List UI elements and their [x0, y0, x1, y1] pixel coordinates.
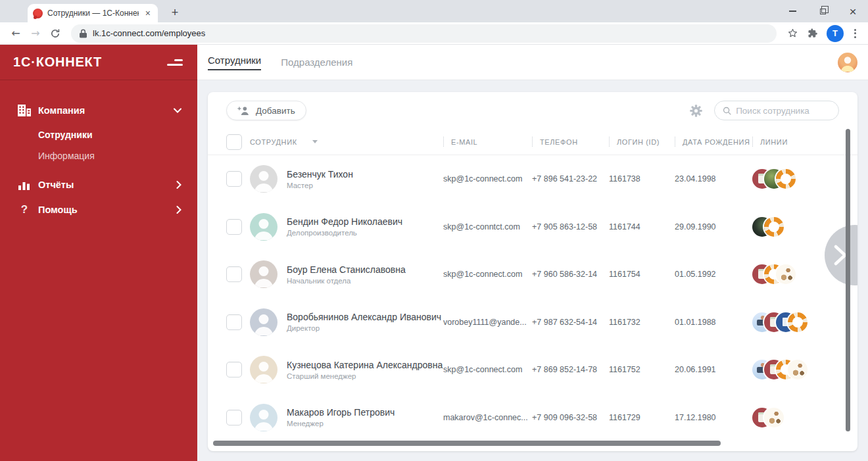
- line-badge-orange[interactable]: [776, 169, 796, 189]
- employee-phone: +7 987 632-54-14: [532, 318, 609, 327]
- employee-avatar: [250, 213, 277, 241]
- employee-login: 1161732: [609, 318, 675, 327]
- url-text: lk.1c-connect.com/employees: [93, 28, 205, 38]
- table-row[interactable]: Макаров Игорь ПетровичМенеджерmakarov@1c…: [208, 394, 857, 442]
- employee-position: Менеджер: [287, 420, 395, 427]
- table-row[interactable]: Безенчук ТихонМастерskp@1c-connect.com+7…: [208, 155, 857, 203]
- sidebar: 1С·КОННЕКТ Компания Сотрудники Информаци…: [0, 45, 197, 461]
- employee-name: Кузнецова Катерина Александровна: [287, 360, 443, 370]
- search-input[interactable]: [736, 106, 831, 116]
- employee-info: Кузнецова Катерина АлександровнаСтарший …: [287, 360, 443, 380]
- sort-caret-icon[interactable]: [312, 140, 318, 143]
- window-close-button[interactable]: ×: [838, 0, 868, 22]
- search-box: [714, 101, 839, 120]
- table-row[interactable]: Боур Елена СтаниславовнаНачальник отдела…: [208, 251, 857, 299]
- browser-tab[interactable]: Сотрудники — 1С-Коннект: Лич ×: [28, 4, 158, 22]
- tab-employees[interactable]: Сотрудники: [208, 55, 261, 70]
- employee-birthdate: 29.09.1990: [675, 222, 752, 231]
- sidebar-item-reports[interactable]: Отчёты: [0, 173, 197, 197]
- row-checkbox[interactable]: [226, 219, 242, 235]
- employee-avatar: [250, 260, 277, 288]
- back-icon[interactable]: ←: [7, 24, 25, 43]
- horizontal-scrollbar-thumb[interactable]: [213, 441, 721, 446]
- new-tab-button[interactable]: +: [167, 5, 183, 20]
- browser-menu-icon[interactable]: [849, 29, 861, 38]
- employee-login: 1161744: [609, 222, 675, 231]
- bar-chart-icon: [17, 180, 32, 190]
- tab-departments[interactable]: Подразделения: [281, 57, 352, 68]
- line-badges: [752, 217, 844, 237]
- column-header-lines[interactable]: ЛИНИИ: [752, 137, 844, 147]
- line-badge-sketch[interactable]: [764, 408, 784, 427]
- content-area: Добавить СОТРУДНИК: [197, 80, 868, 461]
- line-badge-sketch[interactable]: [776, 264, 796, 284]
- column-header-login[interactable]: ЛОГИН (ID): [609, 137, 675, 147]
- employee-avatar: [250, 308, 277, 336]
- employees-card: Добавить СОТРУДНИК: [208, 92, 857, 451]
- row-checkbox[interactable]: [226, 362, 242, 377]
- employee-birthdate: 01.01.1988: [675, 318, 752, 327]
- row-checkbox[interactable]: [226, 410, 242, 425]
- employee-position: Мастер: [287, 182, 353, 189]
- table-row[interactable]: Кузнецова Катерина АлександровнаСтарший …: [208, 346, 857, 394]
- user-avatar[interactable]: [838, 53, 857, 72]
- reload-icon[interactable]: [46, 24, 64, 43]
- card-toolbar: Добавить: [208, 92, 857, 129]
- employee-phone: +7 960 586-32-14: [532, 270, 609, 279]
- vertical-scrollbar-thumb[interactable]: [846, 129, 850, 431]
- column-header-email[interactable]: E-MAIL: [443, 137, 532, 147]
- column-header-phone[interactable]: ТЕЛЕФОН: [532, 137, 609, 147]
- tab-close-icon[interactable]: ×: [143, 8, 153, 18]
- employee-cell: Безенчук ТихонМастер: [250, 165, 443, 193]
- extensions-puzzle-icon[interactable]: [803, 24, 821, 43]
- employee-avatar: [250, 356, 277, 383]
- site-favicon: [33, 9, 43, 18]
- browser-profile-avatar[interactable]: T: [827, 25, 844, 42]
- row-checkbox[interactable]: [226, 171, 242, 187]
- employee-position: Директор: [287, 324, 441, 332]
- row-checkbox[interactable]: [226, 266, 242, 282]
- sidebar-item-employees[interactable]: Сотрудники: [38, 124, 197, 145]
- line-badge-orange[interactable]: [788, 312, 808, 332]
- sidebar-header: 1С·КОННЕКТ: [0, 45, 197, 80]
- row-checkbox[interactable]: [226, 314, 242, 330]
- window-controls: ×: [777, 0, 868, 22]
- bookmark-star-icon[interactable]: [783, 24, 802, 43]
- employee-info: Воробьянинов Александр ИвановичДиректор: [287, 312, 441, 332]
- line-badge-sketch[interactable]: [788, 360, 808, 379]
- line-badges: [752, 408, 844, 427]
- employee-email: skp@1c-connect.com: [443, 270, 532, 279]
- employee-phone: +7 905 863-12-58: [532, 222, 609, 231]
- table-row[interactable]: Воробьянинов Александр ИвановичДиректорv…: [208, 299, 857, 347]
- column-header-employee[interactable]: СОТРУДНИК: [250, 138, 443, 146]
- forward-icon[interactable]: →: [26, 24, 45, 43]
- hamburger-menu-icon[interactable]: [167, 59, 183, 66]
- add-employee-button[interactable]: Добавить: [226, 101, 306, 120]
- sidebar-item-help[interactable]: ? Помощь: [0, 197, 197, 223]
- question-mark-icon: ?: [17, 203, 32, 216]
- window-restore-button[interactable]: [808, 0, 838, 22]
- employee-phone: +7 869 852-14-78: [532, 365, 609, 374]
- browser-tab-title: Сотрудники — 1С-Коннект: Лич: [47, 9, 139, 18]
- restore-icon: [820, 9, 826, 14]
- building-icon: [17, 104, 32, 116]
- employee-avatar: [250, 165, 277, 193]
- employee-name: Безенчук Тихон: [287, 169, 353, 180]
- employee-cell: Боур Елена СтаниславовнаНачальник отдела: [250, 260, 443, 288]
- address-bar[interactable]: lk.1c-connect.com/employees: [71, 24, 777, 43]
- select-all-checkbox[interactable]: [226, 134, 242, 150]
- employee-name: Макаров Игорь Петрович: [287, 407, 395, 418]
- sidebar-item-information[interactable]: Информация: [38, 145, 197, 166]
- window-minimize-button[interactable]: [777, 0, 808, 22]
- table-row[interactable]: Бендин Федор НиколаевичДелопроизводитель…: [208, 203, 857, 251]
- table-header: СОТРУДНИК E-MAIL ТЕЛЕФОН ЛОГИН (ID) ДАТА…: [208, 129, 857, 155]
- minimize-icon: [789, 11, 796, 12]
- employee-birthdate: 23.04.1998: [675, 174, 752, 183]
- sidebar-item-company[interactable]: Компания: [0, 97, 197, 123]
- column-header-birthdate[interactable]: ДАТА РОЖДЕНИЯ: [675, 137, 752, 147]
- employee-cell: Кузнецова Катерина АлександровнаСтарший …: [250, 356, 443, 383]
- settings-gear-icon[interactable]: [690, 105, 702, 117]
- column-label: СОТРУДНИК: [250, 138, 297, 146]
- employee-info: Макаров Игорь ПетровичМенеджер: [287, 407, 395, 427]
- line-badge-orange[interactable]: [764, 217, 784, 237]
